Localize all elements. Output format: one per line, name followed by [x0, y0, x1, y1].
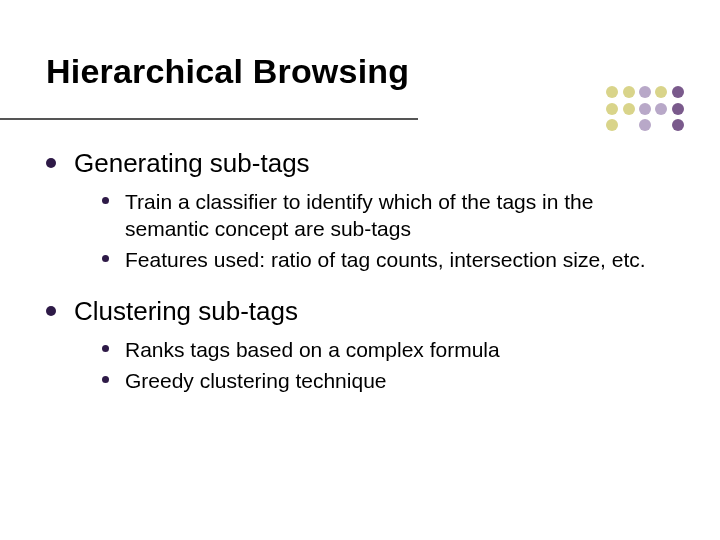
slide-content: Generating sub-tags Train a classifier t… [46, 147, 674, 394]
dot-icon [655, 119, 667, 131]
sub-bullets: Train a classifier to identify which of … [102, 188, 674, 274]
dot-icon [639, 119, 651, 131]
dot-icon [655, 86, 667, 98]
dot-icon [672, 103, 684, 115]
slide-title: Hierarchical Browsing [46, 52, 674, 91]
dot-icon [639, 103, 651, 115]
level2-text: Ranks tags based on a complex formula [125, 336, 500, 363]
bullet-level2: Train a classifier to identify which of … [102, 188, 674, 243]
bullet-level2: Ranks tags based on a complex formula [102, 336, 674, 363]
bullet-icon [46, 158, 56, 168]
dot-icon [623, 119, 635, 131]
slide: Hierarchical Browsing Generating [0, 0, 720, 540]
sub-bullets: Ranks tags based on a complex formula Gr… [102, 336, 674, 395]
bullet-icon [102, 255, 109, 262]
level2-text: Train a classifier to identify which of … [125, 188, 665, 243]
decorative-dots [604, 84, 686, 133]
dot-icon [672, 86, 684, 98]
bullet-level2: Greedy clustering technique [102, 367, 674, 394]
dot-icon [655, 103, 667, 115]
bullet-icon [102, 376, 109, 383]
dots-row [604, 100, 686, 116]
dot-icon [606, 103, 618, 115]
dots-row [604, 117, 686, 133]
level1-text: Generating sub-tags [74, 147, 310, 180]
bullet-level2: Features used: ratio of tag counts, inte… [102, 246, 674, 273]
level2-text: Features used: ratio of tag counts, inte… [125, 246, 646, 273]
bullet-icon [46, 306, 56, 316]
level2-text: Greedy clustering technique [125, 367, 387, 394]
bullet-icon [102, 345, 109, 352]
dot-icon [672, 119, 684, 131]
dot-icon [606, 86, 618, 98]
bullet-level1: Clustering sub-tags [46, 295, 674, 328]
dots-row [604, 84, 686, 100]
title-separator [0, 118, 418, 120]
bullet-icon [102, 197, 109, 204]
dot-icon [623, 103, 635, 115]
bullet-level1: Generating sub-tags [46, 147, 674, 180]
level1-text: Clustering sub-tags [74, 295, 298, 328]
dot-icon [639, 86, 651, 98]
dot-icon [606, 119, 618, 131]
dot-icon [623, 86, 635, 98]
